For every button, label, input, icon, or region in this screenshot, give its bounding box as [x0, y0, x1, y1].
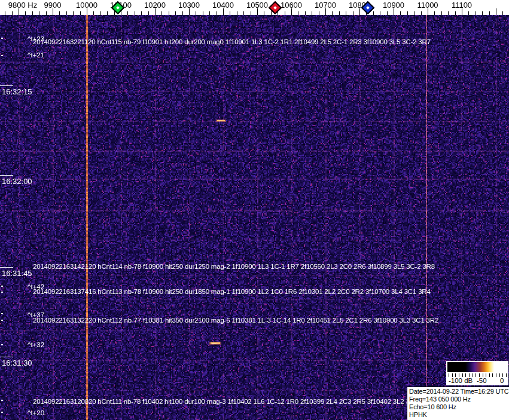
edge-signal-dot [1, 412, 3, 413]
ruler-tick [93, 11, 94, 15]
ruler-tick [251, 11, 251, 15]
db-label: -100 dB [449, 377, 473, 384]
info-frequency: Freq=143 050 000 Hz [409, 396, 509, 403]
t-offset-marker: ^t+32 [28, 341, 44, 348]
ruler-tick [305, 11, 306, 15]
ruler-tick [182, 11, 183, 15]
info-echo: Echo=10 600 Hz [409, 403, 509, 411]
ruler-tick [25, 11, 26, 15]
ruler-tick [73, 11, 74, 15]
ruler-tick [209, 11, 210, 15]
timestamp-label: 16:32:15 [2, 87, 32, 96]
ruler-tick [114, 11, 115, 15]
info-date-time: Date=2014-09-22 Time=16:29 UTC [409, 388, 509, 396]
timestamp-label: 16:31:30 [2, 358, 32, 367]
edge-signal-dot [1, 313, 3, 314]
time-tick-line [0, 175, 13, 176]
edge-signal-dot [1, 400, 3, 401]
ruler-tick [414, 11, 414, 15]
ruler-tick [325, 8, 326, 15]
ruler-tick [482, 11, 483, 15]
ruler-tick [502, 11, 503, 15]
spectrogram-canvas [0, 15, 509, 420]
ruler-tick [243, 11, 244, 15]
ruler-tick [196, 11, 196, 15]
echo-data-line: 20140922163120820 hCnt111 nb-78 f10402 h… [33, 398, 416, 405]
ruler-tick [441, 11, 442, 15]
db-gradient-bar [447, 362, 507, 372]
ruler-tick [332, 11, 333, 15]
ruler-tick [298, 11, 298, 15]
ruler-tick [428, 8, 428, 15]
echo-data-line: 20140922163221120 hCnt115 nb-79 f10901 h… [33, 38, 431, 45]
diamond-core [116, 6, 120, 10]
frequency-ruler: 9800 Hz990010000101001020010300104001050… [0, 0, 509, 15]
time-tick-line [0, 85, 13, 86]
ruler-tick [264, 11, 264, 15]
status-info-box: Date=2014-09-22 Time=16:29 UTC Freq=143 … [407, 387, 509, 420]
ruler-tick [80, 11, 81, 15]
legend-tick [506, 373, 507, 377]
diamond-core [366, 6, 370, 10]
ruler-tick [107, 11, 108, 15]
time-tick-line [0, 267, 13, 268]
db-label: 0 [500, 377, 504, 384]
db-color-scale: -100 dB-500 [446, 361, 508, 385]
ruler-tick [257, 8, 258, 15]
t-offset-marker: ^t+21 [28, 51, 44, 59]
ruler-tick [46, 11, 47, 15]
ruler-tick [59, 11, 60, 15]
ruler-tick [434, 11, 435, 15]
ruler-tick [141, 11, 142, 15]
edge-signal-dot [1, 38, 3, 39]
ruler-tick [346, 11, 346, 15]
ruler-tick [462, 8, 462, 15]
frequency-label: 9800 Hz [8, 1, 37, 10]
legend-tick [489, 373, 490, 377]
ruler-tick [285, 11, 285, 15]
ruler-tick [359, 8, 360, 15]
ruler-tick [312, 11, 312, 15]
ruler-tick [12, 11, 13, 15]
ruler-tick [155, 8, 156, 15]
ruler-tick [66, 11, 67, 15]
meteor-echo-spectrogram-window: 9800 Hz990010000101001020010300104001050… [0, 0, 509, 420]
ruler-tick [319, 11, 319, 15]
ruler-tick [373, 11, 374, 15]
edge-signal-dot [1, 292, 3, 293]
ruler-tick [87, 8, 87, 15]
edge-signal-dot [1, 55, 3, 56]
ruler-tick [455, 11, 456, 15]
ruler-tick [148, 11, 149, 15]
ruler-tick [353, 11, 353, 15]
ruler-tick [53, 8, 53, 15]
db-label: -50 [477, 377, 487, 384]
ruler-tick [421, 11, 422, 15]
edge-signal-dot [1, 344, 3, 345]
ruler-tick [496, 8, 496, 15]
ruler-tick [448, 11, 449, 15]
ruler-tick [230, 11, 230, 15]
ruler-tick [223, 8, 224, 15]
ruler-tick [387, 11, 388, 15]
ruler-tick [5, 11, 5, 15]
ruler-tick [135, 11, 135, 15]
ruler-tick [237, 11, 237, 15]
time-tick-line [0, 357, 13, 357]
ruler-tick [476, 11, 476, 15]
edge-signal-dot [1, 320, 3, 321]
echo-data-line: 20140922163142120 hCnt114 nb-78 f10900 h… [33, 263, 435, 270]
ruler-tick [271, 11, 272, 15]
ruler-tick [39, 11, 39, 15]
ruler-tick [217, 11, 217, 15]
ruler-tick [380, 11, 380, 15]
ruler-tick [161, 11, 162, 15]
ruler-tick [291, 8, 292, 15]
ruler-tick [407, 11, 408, 15]
ruler-tick [32, 11, 33, 15]
ruler-tick [489, 11, 490, 15]
t-offset-marker: ^t+20 [28, 409, 44, 416]
timestamp-label: 16:32:00 [2, 177, 32, 186]
edge-signal-dot [1, 286, 3, 287]
ruler-tick [400, 11, 401, 15]
